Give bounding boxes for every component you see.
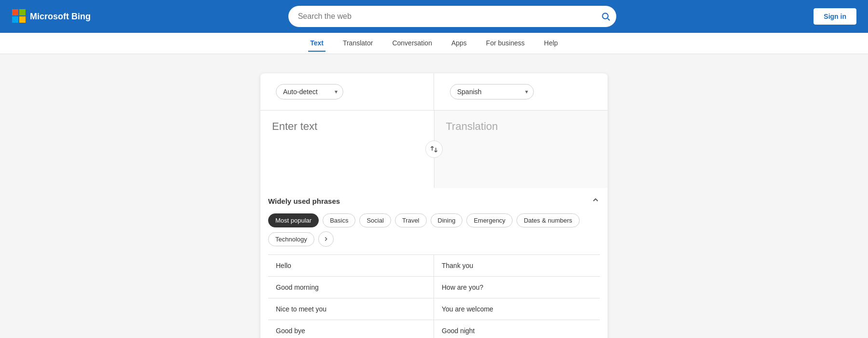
- phrase-item[interactable]: You are welcome: [434, 298, 600, 320]
- tag-technology[interactable]: Technology: [268, 232, 314, 246]
- phrase-item[interactable]: Hello: [268, 255, 434, 277]
- phrase-item[interactable]: Good morning: [268, 277, 434, 298]
- translator-container: Auto-detect English French German Italia…: [260, 73, 608, 338]
- source-text-input[interactable]: [260, 111, 434, 188]
- search-bar-container: [288, 6, 616, 27]
- logo-text: Microsoft Bing: [30, 12, 91, 22]
- tag-dining[interactable]: Dining: [431, 213, 463, 227]
- phrases-collapse-button[interactable]: [591, 196, 600, 207]
- svg-rect-2: [12, 16, 18, 23]
- sign-in-button[interactable]: Sign in: [814, 8, 856, 25]
- phrases-tags: Most popular Basics Social Travel Dining…: [268, 213, 600, 247]
- phrases-title: Widely used phrases: [268, 197, 340, 205]
- phrase-item[interactable]: Thank you: [434, 255, 600, 277]
- phrase-item[interactable]: Nice to meet you: [268, 298, 434, 320]
- tag-basics[interactable]: Basics: [323, 213, 355, 227]
- swap-icon: [430, 145, 438, 154]
- tags-next-button[interactable]: [318, 231, 334, 247]
- language-selector-row: Auto-detect English French German Italia…: [260, 73, 608, 111]
- phrases-header: Widely used phrases: [268, 196, 600, 207]
- chevron-right-icon: [323, 236, 329, 242]
- microsoft-logo-icon: [12, 9, 27, 24]
- tag-travel[interactable]: Travel: [395, 213, 427, 227]
- tag-social[interactable]: Social: [359, 213, 391, 227]
- translator-layout: Auto-detect English French German Italia…: [260, 73, 608, 338]
- phrase-item[interactable]: How are you?: [434, 277, 600, 298]
- nav-item-text[interactable]: Text: [308, 35, 326, 52]
- source-lang-wrapper: Auto-detect English French German Italia…: [276, 84, 343, 99]
- nav-item-forbusiness[interactable]: For business: [484, 35, 527, 52]
- target-language-select[interactable]: Spanish English French German Italian Po…: [450, 84, 534, 99]
- target-lang-col: Spanish English French German Italian Po…: [434, 73, 608, 110]
- nav-item-translator[interactable]: Translator: [341, 35, 375, 52]
- swap-languages-button[interactable]: [425, 141, 443, 158]
- tag-most-popular[interactable]: Most popular: [268, 213, 319, 227]
- tag-dates-numbers[interactable]: Dates & numbers: [516, 213, 579, 227]
- translation-output: Translation: [434, 111, 608, 188]
- source-language-select[interactable]: Auto-detect English French German Italia…: [276, 84, 343, 99]
- phrases-section: Widely used phrases Most popular Basics …: [260, 188, 608, 338]
- search-icon: [601, 12, 610, 21]
- logo-area: Microsoft Bing: [12, 9, 91, 24]
- main-content: Auto-detect English French German Italia…: [0, 54, 868, 338]
- translation-placeholder: Translation: [446, 120, 498, 133]
- main-nav: Text Translator Conversation Apps For bu…: [0, 33, 868, 54]
- header: Microsoft Bing Sign in: [0, 0, 868, 33]
- phrases-list: Hello Thank you Good morning How are you…: [268, 254, 600, 338]
- tag-emergency[interactable]: Emergency: [466, 213, 513, 227]
- phrase-item[interactable]: Good bye: [268, 320, 434, 338]
- nav-item-apps[interactable]: Apps: [449, 35, 469, 52]
- target-lang-wrapper: Spanish English French German Italian Po…: [450, 84, 534, 99]
- nav-item-help[interactable]: Help: [542, 35, 560, 52]
- svg-rect-3: [19, 16, 26, 23]
- svg-line-5: [608, 18, 610, 20]
- search-input[interactable]: [288, 6, 616, 27]
- chevron-up-icon: [591, 196, 600, 204]
- svg-point-4: [602, 13, 608, 19]
- phrase-item[interactable]: Good night: [434, 320, 600, 338]
- nav-item-conversation[interactable]: Conversation: [390, 35, 434, 52]
- svg-rect-1: [19, 9, 26, 15]
- source-lang-col: Auto-detect English French German Italia…: [260, 73, 434, 110]
- text-panels: Translation: [260, 111, 608, 188]
- search-button[interactable]: [601, 12, 610, 21]
- svg-rect-0: [12, 9, 18, 15]
